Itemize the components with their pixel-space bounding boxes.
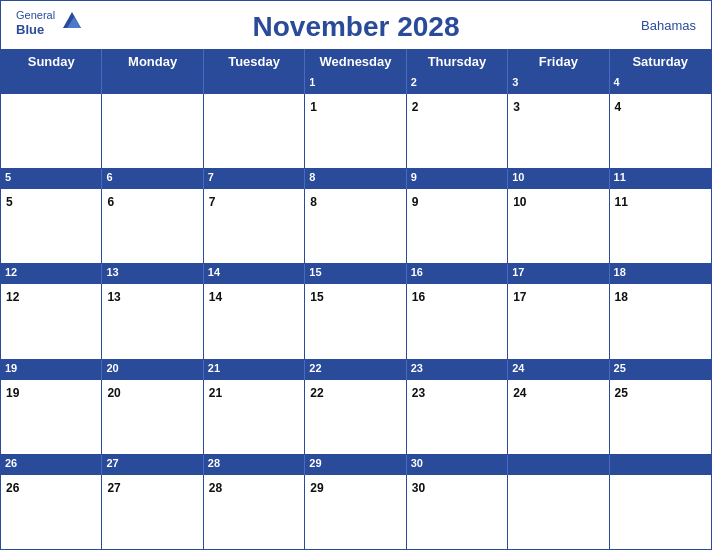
week-header-day-2-7: 11 bbox=[610, 169, 711, 189]
week-header-day-4-6: 24 bbox=[508, 360, 609, 380]
day-number-4-5: 23 bbox=[412, 386, 425, 400]
day-number-2-6: 10 bbox=[513, 195, 526, 209]
logo-icon bbox=[61, 9, 83, 31]
week-header-day-2-4: 8 bbox=[305, 169, 406, 189]
day-cell-2-4: 8 bbox=[305, 189, 406, 263]
week-header-day-3-4: 15 bbox=[305, 264, 406, 284]
week-header-day-4-2: 20 bbox=[102, 360, 203, 380]
week-header-day-5-4: 29 bbox=[305, 455, 406, 475]
day-cell-3-4: 15 bbox=[305, 284, 406, 358]
calendar-header: General Blue November 2028 Bahamas bbox=[1, 1, 711, 49]
day-number-5-1: 26 bbox=[6, 481, 19, 495]
day-cell-1-6: 3 bbox=[508, 94, 609, 168]
week-header-day-3-7: 18 bbox=[610, 264, 711, 284]
week-header-5: 2627282930 bbox=[1, 455, 711, 475]
week-days-3: 12131415161718 bbox=[1, 284, 711, 358]
day-number-1-7: 4 bbox=[615, 100, 622, 114]
day-cell-1-4: 1 bbox=[305, 94, 406, 168]
week-header-day-1-1 bbox=[1, 74, 102, 94]
day-cell-2-5: 9 bbox=[407, 189, 508, 263]
day-cell-3-6: 17 bbox=[508, 284, 609, 358]
header-tuesday: Tuesday bbox=[204, 49, 305, 74]
week-header-day-1-6: 3 bbox=[508, 74, 609, 94]
day-number-4-7: 25 bbox=[615, 386, 628, 400]
day-cell-5-2: 27 bbox=[102, 475, 203, 549]
day-cell-3-3: 14 bbox=[204, 284, 305, 358]
day-number-1-6: 3 bbox=[513, 100, 520, 114]
day-number-1-4: 1 bbox=[310, 100, 317, 114]
week-header-day-1-5: 2 bbox=[407, 74, 508, 94]
day-cell-4-4: 22 bbox=[305, 380, 406, 454]
day-number-1-5: 2 bbox=[412, 100, 419, 114]
header-saturday: Saturday bbox=[610, 49, 711, 74]
day-cell-1-2 bbox=[102, 94, 203, 168]
week-header-1: 1234 bbox=[1, 74, 711, 94]
day-number-3-5: 16 bbox=[412, 290, 425, 304]
header-friday: Friday bbox=[508, 49, 609, 74]
country-label: Bahamas bbox=[641, 18, 696, 33]
week-header-4: 19202122232425 bbox=[1, 360, 711, 380]
week-header-day-5-2: 27 bbox=[102, 455, 203, 475]
day-cell-2-1: 5 bbox=[1, 189, 102, 263]
day-cell-4-7: 25 bbox=[610, 380, 711, 454]
day-number-3-3: 14 bbox=[209, 290, 222, 304]
day-number-3-1: 12 bbox=[6, 290, 19, 304]
week-header-day-1-2 bbox=[102, 74, 203, 94]
week-header-day-3-1: 12 bbox=[1, 264, 102, 284]
header-sunday: Sunday bbox=[1, 49, 102, 74]
week-header-day-4-4: 22 bbox=[305, 360, 406, 380]
week-header-day-5-6 bbox=[508, 455, 609, 475]
day-number-4-2: 20 bbox=[107, 386, 120, 400]
day-number-5-3: 28 bbox=[209, 481, 222, 495]
header-monday: Monday bbox=[102, 49, 203, 74]
week-row-1: 12341234 bbox=[1, 74, 711, 169]
month-title: November 2028 bbox=[252, 11, 459, 43]
week-header-day-4-5: 23 bbox=[407, 360, 508, 380]
day-cell-4-5: 23 bbox=[407, 380, 508, 454]
day-cell-2-6: 10 bbox=[508, 189, 609, 263]
day-cell-5-1: 26 bbox=[1, 475, 102, 549]
week-days-1: 1234 bbox=[1, 94, 711, 168]
day-number-5-2: 27 bbox=[107, 481, 120, 495]
week-header-day-2-5: 9 bbox=[407, 169, 508, 189]
week-row-5: 26272829302627282930 bbox=[1, 455, 711, 549]
week-row-3: 1213141516171812131415161718 bbox=[1, 264, 711, 359]
week-header-day-1-3 bbox=[204, 74, 305, 94]
week-header-day-1-7: 4 bbox=[610, 74, 711, 94]
day-number-2-4: 8 bbox=[310, 195, 317, 209]
calendar-weeks: 1234123456789101156789101112131415161718… bbox=[1, 74, 711, 549]
day-number-3-2: 13 bbox=[107, 290, 120, 304]
week-header-2: 567891011 bbox=[1, 169, 711, 189]
week-header-day-3-3: 14 bbox=[204, 264, 305, 284]
week-header-day-4-1: 19 bbox=[1, 360, 102, 380]
week-header-day-5-1: 26 bbox=[1, 455, 102, 475]
day-cell-1-1 bbox=[1, 94, 102, 168]
header-wednesday: Wednesday bbox=[305, 49, 406, 74]
week-header-day-5-5: 30 bbox=[407, 455, 508, 475]
week-days-4: 19202122232425 bbox=[1, 380, 711, 454]
day-cell-1-3 bbox=[204, 94, 305, 168]
day-cell-3-7: 18 bbox=[610, 284, 711, 358]
day-cell-2-7: 11 bbox=[610, 189, 711, 263]
day-number-5-5: 30 bbox=[412, 481, 425, 495]
logo-blue-text: Blue bbox=[16, 22, 44, 38]
week-row-2: 567891011567891011 bbox=[1, 169, 711, 264]
day-cell-3-1: 12 bbox=[1, 284, 102, 358]
day-number-4-6: 24 bbox=[513, 386, 526, 400]
week-header-day-3-5: 16 bbox=[407, 264, 508, 284]
day-number-2-5: 9 bbox=[412, 195, 419, 209]
day-number-5-4: 29 bbox=[310, 481, 323, 495]
day-cell-4-6: 24 bbox=[508, 380, 609, 454]
day-cell-5-7 bbox=[610, 475, 711, 549]
week-header-day-2-6: 10 bbox=[508, 169, 609, 189]
day-cell-4-2: 20 bbox=[102, 380, 203, 454]
day-number-2-3: 7 bbox=[209, 195, 216, 209]
day-number-3-6: 17 bbox=[513, 290, 526, 304]
day-cell-2-2: 6 bbox=[102, 189, 203, 263]
day-cell-5-3: 28 bbox=[204, 475, 305, 549]
week-row-4: 1920212223242519202122232425 bbox=[1, 360, 711, 455]
day-cell-4-1: 19 bbox=[1, 380, 102, 454]
week-header-day-3-2: 13 bbox=[102, 264, 203, 284]
day-number-3-4: 15 bbox=[310, 290, 323, 304]
header-thursday: Thursday bbox=[407, 49, 508, 74]
